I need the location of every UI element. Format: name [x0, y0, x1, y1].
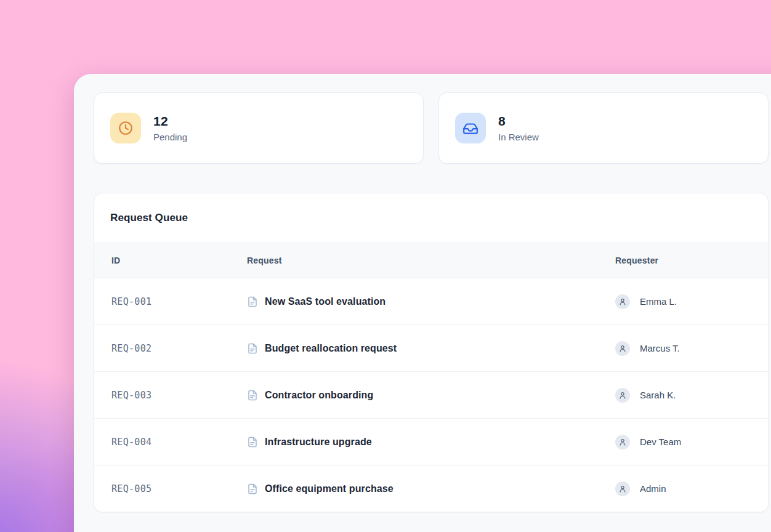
request-id: REQ-002	[94, 343, 247, 354]
request-cell: Contractor onboarding	[247, 390, 615, 401]
table-row[interactable]: REQ-004 Infrastructure upgrade Dev Team	[94, 419, 768, 465]
request-queue-card: Request Queue ID Request Requester REQ-0…	[94, 193, 769, 512]
requester-cell: Dev Team	[615, 435, 768, 449]
table-header-row: ID Request Requester	[94, 243, 768, 278]
request-cell: New SaaS tool evaluation	[247, 296, 615, 307]
stats-row: 12 Pending 8 In Review	[94, 92, 769, 164]
requester-name: Dev Team	[640, 437, 681, 447]
user-avatar-icon	[615, 294, 630, 309]
user-avatar-icon	[615, 388, 630, 403]
request-id: REQ-001	[94, 296, 247, 307]
column-header-requester: Requester	[615, 256, 768, 265]
inbox-icon	[455, 113, 486, 143]
table-title-row: Request Queue	[94, 193, 768, 243]
in-review-label: In Review	[498, 132, 539, 142]
table-row[interactable]: REQ-005 Office equipment purchase Admin	[94, 465, 768, 512]
table-title: Request Queue	[110, 212, 188, 224]
requester-name: Marcus T.	[640, 343, 680, 353]
request-title: Office equipment purchase	[265, 483, 394, 494]
request-cell: Infrastructure upgrade	[247, 437, 615, 448]
stat-text: 8 In Review	[498, 114, 539, 142]
document-icon	[247, 483, 258, 494]
request-cell: Office equipment purchase	[247, 483, 615, 494]
request-cell: Budget reallocation request	[247, 343, 615, 354]
user-avatar-icon	[615, 482, 630, 496]
pending-count: 12	[153, 114, 187, 129]
user-avatar-icon	[615, 435, 630, 449]
stat-card-in-review: 8 In Review	[438, 92, 769, 164]
request-id: REQ-003	[94, 390, 247, 401]
requester-name: Sarah K.	[640, 390, 676, 400]
clock-icon	[110, 113, 141, 143]
app-background: { "colors": { "background_pink": "#ffb8d…	[0, 0, 771, 532]
document-icon	[247, 296, 258, 307]
request-id: REQ-005	[94, 483, 247, 494]
document-icon	[247, 390, 258, 401]
request-title: Infrastructure upgrade	[265, 437, 372, 448]
panel-content: 12 Pending 8 In Review Request Queue ID	[74, 74, 769, 512]
dashboard-panel: 12 Pending 8 In Review Request Queue ID	[74, 74, 771, 532]
request-title: Budget reallocation request	[265, 343, 397, 354]
table-row[interactable]: REQ-002 Budget reallocation request Marc…	[94, 325, 768, 372]
requester-name: Admin	[640, 483, 666, 494]
requester-name: Emma L.	[640, 296, 677, 307]
request-id: REQ-004	[94, 437, 247, 448]
stat-text: 12 Pending	[153, 114, 187, 142]
in-review-count: 8	[498, 114, 539, 129]
request-title: New SaaS tool evaluation	[265, 296, 386, 307]
column-header-request: Request	[247, 256, 615, 265]
requester-cell: Admin	[615, 482, 768, 496]
table-row[interactable]: REQ-001 New SaaS tool evaluation Emma L.	[94, 278, 768, 325]
document-icon	[247, 343, 258, 354]
requester-cell: Sarah K.	[615, 388, 768, 403]
table-row[interactable]: REQ-003 Contractor onboarding Sarah K.	[94, 372, 768, 419]
request-title: Contractor onboarding	[265, 390, 373, 401]
pending-label: Pending	[153, 132, 187, 142]
user-avatar-icon	[615, 341, 630, 356]
column-header-id: ID	[94, 256, 247, 265]
requester-cell: Marcus T.	[615, 341, 768, 356]
stat-card-pending: 12 Pending	[94, 92, 424, 164]
requester-cell: Emma L.	[615, 294, 768, 309]
document-icon	[247, 437, 258, 448]
